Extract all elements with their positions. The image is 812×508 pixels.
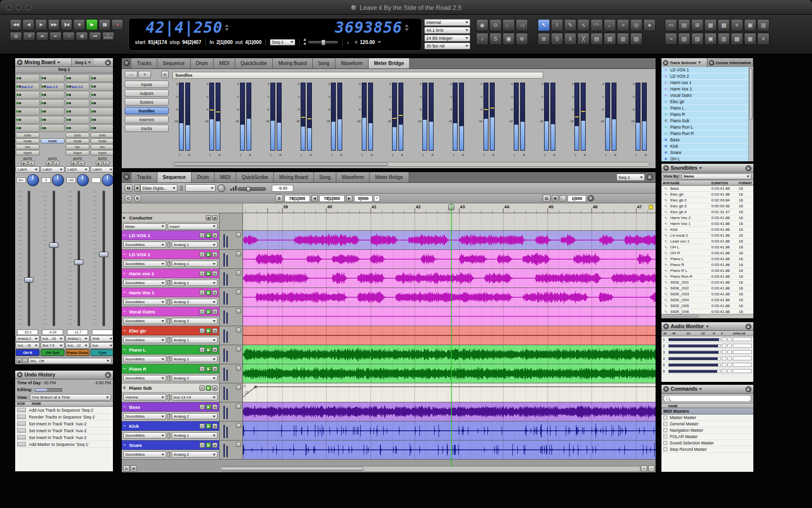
track-header-bass[interactable]: ~Bass▪▶▾ [122, 402, 219, 412]
track-view-select[interactable]: Soundbites [123, 375, 166, 381]
panel-menu-icon[interactable]: ▸ [105, 60, 111, 66]
sequence-selector[interactable]: Seq-1 [270, 39, 295, 45]
track-zoom-button[interactable] [236, 347, 241, 352]
view-by-select[interactable]: Name [681, 174, 751, 179]
pattern-tool-b[interactable]: ▥ [617, 33, 629, 45]
track-zoom-button[interactable] [236, 404, 241, 409]
track-play-icon[interactable]: ▶ [206, 385, 211, 391]
tab-mixing-board[interactable]: Mixing Board [273, 58, 312, 68]
sample-stepper-icons[interactable] [405, 24, 409, 31]
event-list-button[interactable]: E [134, 195, 141, 202]
soundbite-row-lead-voc-1[interactable]: ∿Lead voc 10:03:41.8816 [661, 239, 753, 244]
take-cell[interactable] [722, 344, 726, 348]
take-cell[interactable] [727, 363, 732, 367]
insert-slot[interactable] [66, 124, 89, 132]
sequence-select[interactable]: Seq-1 [616, 174, 645, 181]
track-input-toggle[interactable] [168, 414, 170, 420]
insert-slot[interactable] [41, 116, 65, 124]
track-view-select[interactable]: Soundbites [123, 337, 166, 343]
meter-zoom-button[interactable]: ◎ [161, 71, 169, 78]
close-icon[interactable]: × [17, 372, 22, 377]
fader-handle[interactable] [99, 252, 108, 257]
automation-mode-select[interactable]: Latch [66, 166, 89, 173]
track-output-select[interactable]: Analog 1 [172, 280, 218, 286]
insert-slot[interactable] [66, 99, 89, 107]
mute-button[interactable]: mute [41, 138, 65, 144]
track-collapse-icon[interactable]: ▾ [212, 423, 218, 429]
solo-button[interactable]: solo [16, 133, 40, 138]
commands-header[interactable]: × Commands ▸ [661, 385, 753, 394]
track-selector-row-bass[interactable]: ×Bass [661, 137, 753, 143]
markers-window-button[interactable]: ▥ [757, 19, 769, 31]
undo-now-cell[interactable] [17, 415, 26, 419]
track-view-select[interactable]: Soundbites [123, 299, 166, 305]
track-play-icon[interactable]: ▶ [206, 252, 211, 257]
track-zoom-button[interactable] [236, 289, 241, 294]
next-selection-icon[interactable]: ▶ [346, 195, 352, 201]
start-time-value[interactable]: 91|4|174 [148, 40, 167, 45]
insert-slot[interactable] [66, 108, 89, 115]
output-select-bottom[interactable]: Bus 7-8 [41, 342, 65, 349]
scrub-knob[interactable] [218, 184, 225, 192]
solo-button[interactable]: solo [90, 133, 113, 138]
play-button[interactable]: ▶ [86, 19, 98, 30]
marker-flag[interactable] [649, 205, 653, 209]
auto-record-button[interactable]: ● [53, 161, 60, 166]
solo-selected-button[interactable]: S [489, 33, 502, 45]
track-settings-icon[interactable]: ▪ [199, 252, 205, 257]
soundbite-row-elec-gtr-2[interactable]: ∿Elec gtr.20:02:09.8416 [661, 198, 753, 203]
smear-tool[interactable]: ≈ [617, 19, 629, 31]
track-header-ld-vox-2[interactable]: ~LD VOX 2▪▶▾ [122, 250, 219, 259]
memory-button[interactable]: M [125, 184, 132, 192]
track-lane-harm-vox-1[interactable] [243, 269, 656, 287]
close-icon[interactable]: × [17, 60, 22, 65]
track-selector-scrollbar[interactable] [748, 67, 753, 161]
take-cell[interactable] [722, 356, 726, 360]
take-cell[interactable] [722, 363, 726, 367]
automation-mode-select[interactable]: Latch [16, 166, 40, 173]
track-settings-icon[interactable]: ▪ [199, 442, 205, 448]
auto-record-button[interactable]: ● [28, 161, 35, 166]
mixer-seq-tab[interactable]: Seq-1 [71, 58, 94, 66]
undo-row[interactable]: Reorder Tracks in Sequence 'Seq-1' [15, 414, 113, 420]
track-zoom-button[interactable] [236, 232, 241, 237]
mixer-check-icon[interactable]: ✓ [22, 358, 27, 363]
tab-midi[interactable]: MIDI [215, 172, 236, 182]
stepper-icons[interactable] [179, 185, 183, 191]
commands-search-input[interactable] [663, 395, 751, 402]
take-cell[interactable] [722, 369, 726, 373]
insert-slot[interactable] [66, 91, 89, 99]
conductor-lane[interactable] [243, 213, 656, 230]
insert-slot[interactable] [41, 91, 65, 99]
track-input-toggle[interactable] [168, 375, 170, 381]
automation-mode-select[interactable]: Latch [90, 166, 113, 173]
command-row-step-record-master[interactable]: Step Record Master [661, 446, 753, 453]
track-output-select[interactable]: Analog 2 [172, 375, 218, 381]
track-play-icon[interactable]: ▶ [206, 233, 211, 238]
track-lane-harm-vox-1[interactable] [243, 288, 656, 307]
grid-menu-icon[interactable]: ▾ [588, 195, 594, 201]
command-row-midi-masters[interactable]: MIDI Masters [661, 408, 753, 415]
track-collapse-icon[interactable]: ▾ [212, 385, 218, 391]
punch-in-button[interactable]: ▸▪ [49, 32, 62, 41]
curve-tool[interactable]: ◠ [591, 19, 603, 31]
track-view-select[interactable]: Soundbites [123, 318, 166, 324]
track-settings-icon[interactable]: ▪ [199, 423, 205, 429]
track-selector-row-vocal-outro[interactable]: ~Vocal Outro [661, 92, 753, 99]
soundbites-scrollbar[interactable] [661, 314, 753, 318]
ibeam-tool[interactable]: I [551, 19, 563, 31]
insert-slot[interactable] [41, 124, 65, 132]
command-row-master-master[interactable]: Master Master [661, 415, 753, 421]
horizontal-scrollbar[interactable] [219, 466, 641, 472]
track-play-icon[interactable]: ▶ [206, 328, 211, 333]
track-header-elec-gtr[interactable]: ~Elec gtr▪▶▾ [122, 326, 219, 335]
close-icon[interactable]: × [663, 165, 669, 171]
trim-tool[interactable]: ← [604, 19, 616, 31]
panel-menu-icon[interactable]: ▸ [746, 324, 751, 330]
auto-rewind-button[interactable]: ▸▸ [36, 32, 48, 41]
grid-button[interactable]: G [543, 195, 550, 202]
undo-row[interactable]: Add Aux Track to Sequence 'Seq-1' [15, 407, 113, 414]
pointer-tool[interactable]: ↖ [538, 19, 550, 31]
tab-quickscribe[interactable]: QuickScribe [236, 172, 274, 182]
track-output-select[interactable]: Analog 2 [172, 451, 218, 458]
